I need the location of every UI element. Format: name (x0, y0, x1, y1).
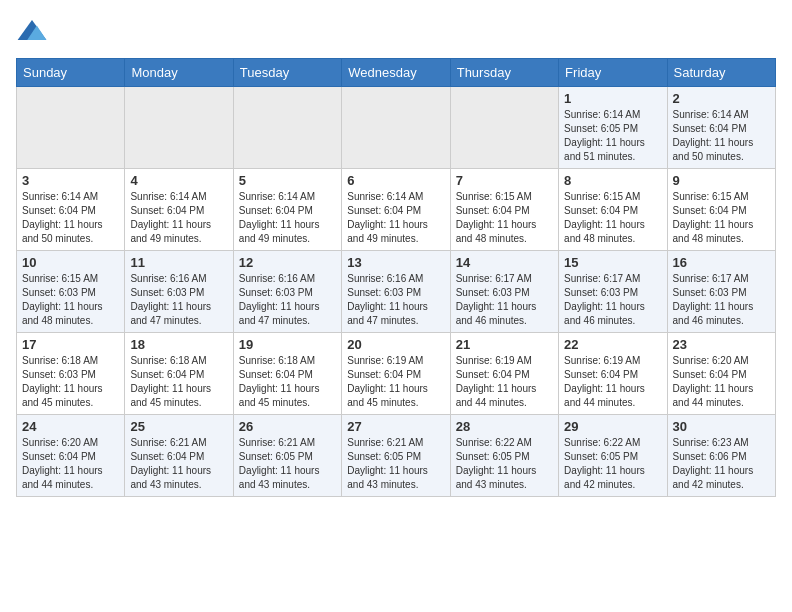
day-info: Sunrise: 6:15 AM Sunset: 6:03 PM Dayligh… (22, 272, 119, 328)
header-row: SundayMondayTuesdayWednesdayThursdayFrid… (17, 59, 776, 87)
day-number: 1 (564, 91, 661, 106)
calendar-cell: 15Sunrise: 6:17 AM Sunset: 6:03 PM Dayli… (559, 251, 667, 333)
day-number: 26 (239, 419, 336, 434)
day-info: Sunrise: 6:22 AM Sunset: 6:05 PM Dayligh… (456, 436, 553, 492)
day-number: 5 (239, 173, 336, 188)
weekday-header-thursday: Thursday (450, 59, 558, 87)
calendar-cell: 19Sunrise: 6:18 AM Sunset: 6:04 PM Dayli… (233, 333, 341, 415)
day-number: 16 (673, 255, 770, 270)
day-number: 30 (673, 419, 770, 434)
weekday-header-saturday: Saturday (667, 59, 775, 87)
calendar-cell: 8Sunrise: 6:15 AM Sunset: 6:04 PM Daylig… (559, 169, 667, 251)
calendar-cell (17, 87, 125, 169)
day-info: Sunrise: 6:14 AM Sunset: 6:04 PM Dayligh… (22, 190, 119, 246)
calendar-cell: 7Sunrise: 6:15 AM Sunset: 6:04 PM Daylig… (450, 169, 558, 251)
day-info: Sunrise: 6:17 AM Sunset: 6:03 PM Dayligh… (564, 272, 661, 328)
calendar-cell: 11Sunrise: 6:16 AM Sunset: 6:03 PM Dayli… (125, 251, 233, 333)
day-number: 8 (564, 173, 661, 188)
day-number: 19 (239, 337, 336, 352)
day-info: Sunrise: 6:16 AM Sunset: 6:03 PM Dayligh… (130, 272, 227, 328)
weekday-header-wednesday: Wednesday (342, 59, 450, 87)
weekday-header-tuesday: Tuesday (233, 59, 341, 87)
day-number: 21 (456, 337, 553, 352)
calendar-cell: 17Sunrise: 6:18 AM Sunset: 6:03 PM Dayli… (17, 333, 125, 415)
logo (16, 16, 52, 48)
day-info: Sunrise: 6:20 AM Sunset: 6:04 PM Dayligh… (22, 436, 119, 492)
day-number: 11 (130, 255, 227, 270)
day-number: 27 (347, 419, 444, 434)
day-info: Sunrise: 6:19 AM Sunset: 6:04 PM Dayligh… (456, 354, 553, 410)
day-number: 24 (22, 419, 119, 434)
calendar-cell: 12Sunrise: 6:16 AM Sunset: 6:03 PM Dayli… (233, 251, 341, 333)
calendar-cell: 5Sunrise: 6:14 AM Sunset: 6:04 PM Daylig… (233, 169, 341, 251)
day-info: Sunrise: 6:14 AM Sunset: 6:04 PM Dayligh… (239, 190, 336, 246)
calendar-cell (233, 87, 341, 169)
day-info: Sunrise: 6:18 AM Sunset: 6:04 PM Dayligh… (130, 354, 227, 410)
calendar-cell: 25Sunrise: 6:21 AM Sunset: 6:04 PM Dayli… (125, 415, 233, 497)
week-row-3: 10Sunrise: 6:15 AM Sunset: 6:03 PM Dayli… (17, 251, 776, 333)
week-row-5: 24Sunrise: 6:20 AM Sunset: 6:04 PM Dayli… (17, 415, 776, 497)
day-info: Sunrise: 6:19 AM Sunset: 6:04 PM Dayligh… (347, 354, 444, 410)
calendar-cell: 29Sunrise: 6:22 AM Sunset: 6:05 PM Dayli… (559, 415, 667, 497)
calendar-cell: 2Sunrise: 6:14 AM Sunset: 6:04 PM Daylig… (667, 87, 775, 169)
day-number: 18 (130, 337, 227, 352)
calendar-cell: 27Sunrise: 6:21 AM Sunset: 6:05 PM Dayli… (342, 415, 450, 497)
day-number: 15 (564, 255, 661, 270)
calendar-cell: 13Sunrise: 6:16 AM Sunset: 6:03 PM Dayli… (342, 251, 450, 333)
day-info: Sunrise: 6:15 AM Sunset: 6:04 PM Dayligh… (673, 190, 770, 246)
day-info: Sunrise: 6:18 AM Sunset: 6:03 PM Dayligh… (22, 354, 119, 410)
day-number: 6 (347, 173, 444, 188)
day-info: Sunrise: 6:21 AM Sunset: 6:05 PM Dayligh… (239, 436, 336, 492)
calendar-cell (125, 87, 233, 169)
calendar-cell (450, 87, 558, 169)
day-info: Sunrise: 6:17 AM Sunset: 6:03 PM Dayligh… (456, 272, 553, 328)
day-info: Sunrise: 6:15 AM Sunset: 6:04 PM Dayligh… (564, 190, 661, 246)
calendar-cell: 3Sunrise: 6:14 AM Sunset: 6:04 PM Daylig… (17, 169, 125, 251)
day-info: Sunrise: 6:19 AM Sunset: 6:04 PM Dayligh… (564, 354, 661, 410)
day-info: Sunrise: 6:17 AM Sunset: 6:03 PM Dayligh… (673, 272, 770, 328)
day-number: 20 (347, 337, 444, 352)
day-info: Sunrise: 6:20 AM Sunset: 6:04 PM Dayligh… (673, 354, 770, 410)
calendar-cell: 28Sunrise: 6:22 AM Sunset: 6:05 PM Dayli… (450, 415, 558, 497)
day-number: 10 (22, 255, 119, 270)
day-number: 25 (130, 419, 227, 434)
weekday-header-sunday: Sunday (17, 59, 125, 87)
calendar-cell: 4Sunrise: 6:14 AM Sunset: 6:04 PM Daylig… (125, 169, 233, 251)
calendar-cell: 1Sunrise: 6:14 AM Sunset: 6:05 PM Daylig… (559, 87, 667, 169)
page-header (16, 16, 776, 48)
day-info: Sunrise: 6:21 AM Sunset: 6:05 PM Dayligh… (347, 436, 444, 492)
day-info: Sunrise: 6:22 AM Sunset: 6:05 PM Dayligh… (564, 436, 661, 492)
week-row-2: 3Sunrise: 6:14 AM Sunset: 6:04 PM Daylig… (17, 169, 776, 251)
calendar-cell: 26Sunrise: 6:21 AM Sunset: 6:05 PM Dayli… (233, 415, 341, 497)
logo-icon (16, 16, 48, 48)
day-number: 29 (564, 419, 661, 434)
calendar-cell: 30Sunrise: 6:23 AM Sunset: 6:06 PM Dayli… (667, 415, 775, 497)
calendar-cell: 21Sunrise: 6:19 AM Sunset: 6:04 PM Dayli… (450, 333, 558, 415)
day-number: 23 (673, 337, 770, 352)
day-info: Sunrise: 6:14 AM Sunset: 6:05 PM Dayligh… (564, 108, 661, 164)
calendar-cell: 20Sunrise: 6:19 AM Sunset: 6:04 PM Dayli… (342, 333, 450, 415)
week-row-1: 1Sunrise: 6:14 AM Sunset: 6:05 PM Daylig… (17, 87, 776, 169)
day-number: 13 (347, 255, 444, 270)
calendar-table: SundayMondayTuesdayWednesdayThursdayFrid… (16, 58, 776, 497)
day-number: 22 (564, 337, 661, 352)
weekday-header-friday: Friday (559, 59, 667, 87)
day-number: 7 (456, 173, 553, 188)
calendar-cell: 14Sunrise: 6:17 AM Sunset: 6:03 PM Dayli… (450, 251, 558, 333)
day-number: 2 (673, 91, 770, 106)
day-info: Sunrise: 6:14 AM Sunset: 6:04 PM Dayligh… (673, 108, 770, 164)
calendar-cell: 10Sunrise: 6:15 AM Sunset: 6:03 PM Dayli… (17, 251, 125, 333)
day-info: Sunrise: 6:14 AM Sunset: 6:04 PM Dayligh… (130, 190, 227, 246)
day-number: 3 (22, 173, 119, 188)
week-row-4: 17Sunrise: 6:18 AM Sunset: 6:03 PM Dayli… (17, 333, 776, 415)
calendar-cell: 23Sunrise: 6:20 AM Sunset: 6:04 PM Dayli… (667, 333, 775, 415)
day-info: Sunrise: 6:15 AM Sunset: 6:04 PM Dayligh… (456, 190, 553, 246)
day-number: 12 (239, 255, 336, 270)
calendar-cell: 18Sunrise: 6:18 AM Sunset: 6:04 PM Dayli… (125, 333, 233, 415)
calendar-cell: 9Sunrise: 6:15 AM Sunset: 6:04 PM Daylig… (667, 169, 775, 251)
day-info: Sunrise: 6:16 AM Sunset: 6:03 PM Dayligh… (347, 272, 444, 328)
day-info: Sunrise: 6:21 AM Sunset: 6:04 PM Dayligh… (130, 436, 227, 492)
calendar-cell: 22Sunrise: 6:19 AM Sunset: 6:04 PM Dayli… (559, 333, 667, 415)
day-info: Sunrise: 6:23 AM Sunset: 6:06 PM Dayligh… (673, 436, 770, 492)
day-info: Sunrise: 6:14 AM Sunset: 6:04 PM Dayligh… (347, 190, 444, 246)
